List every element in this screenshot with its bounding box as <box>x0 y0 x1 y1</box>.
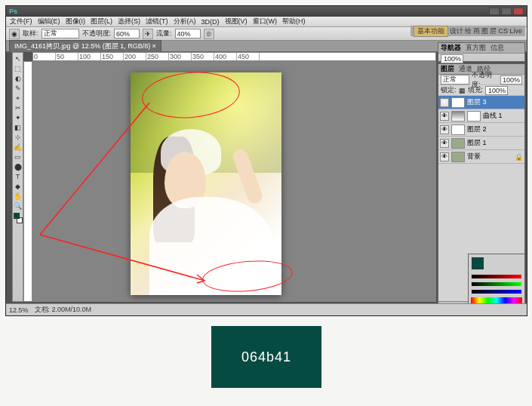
menu-file[interactable]: 文件(F) <box>8 17 35 26</box>
crop-tool[interactable]: ⌖ <box>14 94 23 103</box>
opacity-dropdown[interactable]: 60% <box>114 29 140 38</box>
lock-label: 锁定: <box>441 85 457 95</box>
status-bar: 12.5% 文档: 2.00M/10.0M <box>6 303 527 315</box>
airbrush-icon[interactable]: ✈ <box>143 29 153 39</box>
visibility-icon[interactable]: 👁 <box>440 139 449 148</box>
minimize-button[interactable] <box>489 8 500 15</box>
layer-row[interactable]: 👁 曲线 1 <box>438 109 524 123</box>
tablet-icon[interactable]: ⎚ <box>204 29 214 39</box>
menu-select[interactable]: 选择(S) <box>115 17 143 26</box>
slider-g[interactable] <box>472 280 521 288</box>
menu-view[interactable]: 视图(V) <box>223 17 250 26</box>
zoom-tool[interactable]: 🔍 <box>14 201 23 211</box>
menu-analysis[interactable]: 分析(A) <box>171 17 198 26</box>
color-swatch-fg[interactable] <box>472 257 484 269</box>
ruler-mark: 50 <box>56 53 78 60</box>
blur-tool[interactable]: ⬤ <box>14 162 23 171</box>
ruler-mark: 350 <box>192 53 214 60</box>
menu-edit[interactable]: 编辑(E) <box>35 17 63 26</box>
move-tool[interactable]: ↖ <box>14 54 23 63</box>
layer-opacity-value[interactable]: 100% <box>500 75 522 85</box>
layer-row[interactable]: 👁 背景 🔒 <box>438 150 524 164</box>
layer-row[interactable]: 👁 图层 2 <box>438 123 524 137</box>
current-tool-icon: ◉ <box>9 29 20 39</box>
heal-tool[interactable]: ✦ <box>14 113 23 122</box>
workspace-basic[interactable]: 基本功能 <box>414 26 448 37</box>
menu-image[interactable]: 图像(I) <box>63 17 88 26</box>
eyedropper-tool[interactable]: ✂ <box>14 103 23 112</box>
toolbox: ↖ ⬚ ◐ ✎ ⌖ ✂ ✦ ◧ ⊹ ✍ ▭ ⬤ T ◆ ✋ 🔍 <box>12 52 23 302</box>
wand-tool[interactable]: ✎ <box>14 84 23 93</box>
layer-row[interactable]: 👁 图层 3 <box>438 96 524 109</box>
ruler-mark: 450 <box>237 53 260 60</box>
vertical-ruler <box>23 61 32 302</box>
lock-icon[interactable]: ▦ <box>459 87 466 94</box>
slider-r[interactable] <box>472 272 521 280</box>
tab-channels[interactable]: 通道 <box>459 64 472 74</box>
color-sliders <box>469 272 524 295</box>
layer-thumbnail <box>451 97 465 108</box>
status-zoom[interactable]: 12.5% <box>9 306 29 314</box>
tab-navigator[interactable]: 导航器 <box>441 43 461 53</box>
workspace-design[interactable]: 设计 <box>450 26 463 36</box>
pen-tool[interactable]: ◆ <box>14 182 23 191</box>
type-tool[interactable]: T <box>14 172 23 181</box>
visibility-icon[interactable]: 👁 <box>440 125 449 134</box>
ruler-mark: 250 <box>146 53 169 60</box>
tab-histogram[interactable]: 直方图 <box>466 43 486 53</box>
menu-help[interactable]: 帮助(H) <box>280 17 308 26</box>
workspace-tab[interactable]: 绘 <box>465 26 472 36</box>
tab-info[interactable]: 信息 <box>490 43 504 53</box>
layer-mask-thumbnail <box>467 111 481 121</box>
layer-name: 背景 <box>467 152 481 161</box>
gradient-tool[interactable]: ▭ <box>14 152 23 161</box>
photo-arm <box>231 147 264 205</box>
marquee-tool[interactable]: ⬚ <box>14 64 23 73</box>
ruler-mark: 0 <box>33 53 56 60</box>
tab-layers[interactable]: 图层 <box>441 64 454 74</box>
layer-thumbnail <box>451 125 465 135</box>
opacity-label: 不透明度: <box>82 29 112 38</box>
workspace-tab[interactable]: 画 <box>473 26 480 36</box>
layer-row[interactable]: 👁 图层 1 <box>438 137 524 150</box>
hand-tool[interactable]: ✋ <box>14 192 23 201</box>
nav-zoom[interactable]: 100% <box>441 54 463 63</box>
flow-dropdown[interactable]: 40% <box>175 29 201 38</box>
stamp-tool[interactable]: ⊹ <box>14 133 23 142</box>
layer-thumbnail <box>451 152 465 162</box>
close-button[interactable] <box>513 8 524 15</box>
status-info: 文档: 2.00M/10.0M <box>35 305 92 315</box>
layer-name: 图层 1 <box>467 138 487 148</box>
fill-value[interactable]: 100% <box>485 86 508 95</box>
layer-thumbnail <box>451 138 465 149</box>
menu-window[interactable]: 窗口(W) <box>251 17 280 26</box>
workspace-tab[interactable]: 层 <box>490 26 497 36</box>
slider-b[interactable] <box>472 288 521 295</box>
fill-label: 填充: <box>468 85 484 95</box>
cslive-button[interactable]: CS Live <box>498 27 522 35</box>
ruler-mark: 400 <box>214 53 237 60</box>
document-title: IMG_4161拷贝.jpg @ 12.5% (图层 1, RGB/8) <box>14 42 150 50</box>
color-swatches[interactable] <box>14 213 23 223</box>
ruler-mark: 100 <box>78 53 101 60</box>
blend-mode-dropdown[interactable]: 正常 <box>441 75 469 85</box>
flow-label: 流量: <box>156 29 172 38</box>
maximize-button[interactable] <box>501 8 512 15</box>
navigator-panel: 导航器 直方图 信息 100% <box>438 42 525 62</box>
visibility-icon[interactable]: 👁 <box>440 98 449 107</box>
document-tab[interactable]: IMG_4161拷贝.jpg @ 12.5% (图层 1, RGB/8) × <box>9 40 161 52</box>
brush-tool[interactable]: ◧ <box>14 123 23 132</box>
visibility-icon[interactable]: 👁 <box>440 152 449 161</box>
menu-filter[interactable]: 滤镜(T) <box>143 17 171 26</box>
workspace-tab[interactable]: 图 <box>481 26 488 36</box>
canvas[interactable] <box>32 61 436 302</box>
foreground-color[interactable] <box>14 213 20 219</box>
visibility-icon[interactable]: 👁 <box>440 112 449 121</box>
menu-3d[interactable]: 3D(D) <box>199 18 222 26</box>
eraser-tool[interactable]: ✍ <box>14 143 23 152</box>
tab-close-icon[interactable]: × <box>152 42 155 50</box>
lasso-tool[interactable]: ◐ <box>14 74 23 83</box>
ps-logo: Ps <box>9 8 17 15</box>
menu-layer[interactable]: 图层(L) <box>88 17 115 26</box>
sample-dropdown[interactable]: 正常 <box>42 29 79 38</box>
